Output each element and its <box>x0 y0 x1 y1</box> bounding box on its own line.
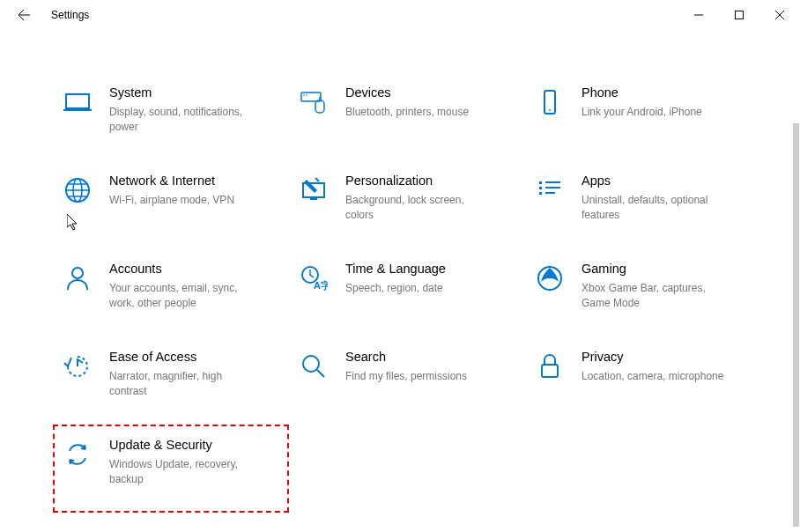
tile-desc: Location, camera, microphone <box>581 369 731 384</box>
tile-title: Network & Internet <box>109 173 273 189</box>
tile-update-security[interactable]: Update & Security Windows Update, recove… <box>53 425 289 513</box>
tile-desc: Uninstall, defaults, optional features <box>581 193 731 223</box>
tile-desc: Display, sound, notifications, power <box>109 105 259 135</box>
maximize-button[interactable] <box>719 2 759 28</box>
tile-desc: Background, lock screen, colors <box>345 193 495 223</box>
personalization-icon <box>298 174 330 206</box>
tile-title: Privacy <box>581 349 745 366</box>
tile-title: Phone <box>581 85 745 101</box>
svg-rect-0 <box>736 11 744 19</box>
ease-of-access-icon <box>62 351 93 382</box>
network-icon <box>62 174 93 206</box>
tile-title: Accounts <box>109 261 273 277</box>
tile-title: Apps <box>581 173 745 189</box>
tile-title: Update & Security <box>109 437 273 454</box>
window-title: Settings <box>51 9 89 21</box>
tile-title: Personalization <box>345 173 509 189</box>
svg-rect-12 <box>539 187 542 189</box>
svg-rect-13 <box>539 192 542 195</box>
tile-desc: Wi-Fi, airplane mode, VPN <box>109 193 259 208</box>
tile-title: Gaming <box>581 261 745 277</box>
tile-phone[interactable]: Phone Link your Android, iPhone <box>525 72 761 160</box>
svg-point-18 <box>303 356 319 372</box>
svg-point-7 <box>549 109 551 111</box>
phone-icon <box>534 86 566 118</box>
svg-text:A字: A字 <box>314 280 328 291</box>
close-button[interactable] <box>759 2 800 28</box>
svg-rect-5 <box>315 100 324 113</box>
tile-accounts[interactable]: Accounts Your accounts, email, sync, wor… <box>53 248 289 336</box>
tile-privacy[interactable]: Privacy Location, camera, microphone <box>525 336 761 425</box>
settings-grid: System Display, sound, notifications, po… <box>0 62 800 513</box>
tile-desc: Link your Android, iPhone <box>581 105 731 120</box>
svg-rect-19 <box>542 365 558 377</box>
tile-desc: Bluetooth, printers, mouse <box>345 105 495 120</box>
tile-title: Time & Language <box>345 261 509 277</box>
titlebar: Settings <box>0 0 800 30</box>
arrow-left-icon <box>17 8 31 22</box>
tile-system[interactable]: System Display, sound, notifications, po… <box>53 72 289 160</box>
update-security-icon <box>62 439 93 470</box>
tile-desc: Xbox Game Bar, captures, Game Mode <box>581 281 731 311</box>
minimize-button[interactable] <box>678 2 719 28</box>
tile-network[interactable]: Network & Internet Wi-Fi, airplane mode,… <box>53 160 289 248</box>
tile-title: Devices <box>345 85 509 101</box>
system-icon <box>62 86 93 118</box>
tile-personalization[interactable]: Personalization Background, lock screen,… <box>289 160 525 248</box>
apps-icon <box>534 174 566 206</box>
tile-title: Search <box>345 349 509 366</box>
tile-search[interactable]: Search Find my files, permissions <box>289 336 525 425</box>
svg-rect-1 <box>66 94 89 108</box>
svg-point-4 <box>306 94 307 96</box>
scrollbar[interactable] <box>793 123 799 527</box>
window-controls <box>678 2 800 28</box>
time-language-icon: A字 <box>298 262 330 294</box>
gaming-icon <box>534 262 566 294</box>
tile-desc: Speech, region, date <box>345 281 495 296</box>
tile-time-language[interactable]: A字 Time & Language Speech, region, date <box>289 248 525 336</box>
back-button[interactable] <box>11 2 37 28</box>
privacy-icon <box>534 351 566 382</box>
tile-ease-of-access[interactable]: Ease of Access Narrator, magnifier, high… <box>53 336 289 425</box>
tile-apps[interactable]: Apps Uninstall, defaults, optional featu… <box>525 160 761 248</box>
tile-desc: Windows Update, recovery, backup <box>109 457 259 487</box>
svg-point-14 <box>72 268 83 278</box>
minimize-icon <box>694 11 703 19</box>
tile-devices[interactable]: Devices Bluetooth, printers, mouse <box>289 72 525 160</box>
tile-title: Ease of Access <box>109 349 273 366</box>
close-icon <box>775 11 784 19</box>
accounts-icon <box>62 262 93 294</box>
settings-content: System Display, sound, notifications, po… <box>0 62 800 532</box>
search-icon <box>298 351 330 382</box>
tile-desc: Your accounts, email, sync, work, other … <box>109 281 259 311</box>
svg-rect-11 <box>539 181 542 184</box>
svg-point-3 <box>303 94 305 96</box>
maximize-icon <box>735 11 744 19</box>
tile-title: System <box>109 85 273 101</box>
tile-desc: Find my files, permissions <box>345 369 495 384</box>
tile-desc: Narrator, magnifier, high contrast <box>109 369 259 399</box>
tile-gaming[interactable]: Gaming Xbox Game Bar, captures, Game Mod… <box>525 248 761 336</box>
devices-icon <box>298 86 330 118</box>
